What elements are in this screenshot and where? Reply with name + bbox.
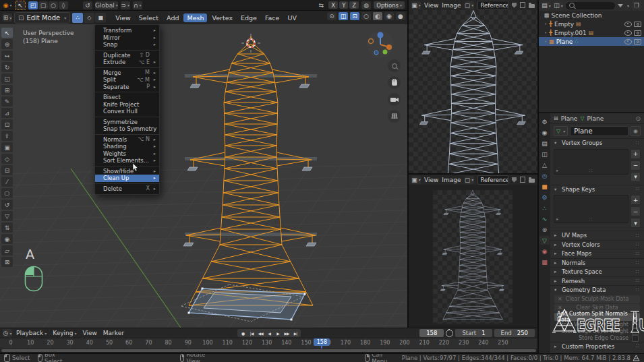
tool-loop-cut[interactable]: ⊟ xyxy=(1,165,13,175)
menu-item-mirror[interactable]: Mirror▸ xyxy=(95,34,159,42)
panel-header-geometry-data[interactable]: ▾Geometry Data∷ xyxy=(550,285,644,295)
image-browse-icon[interactable]: ▢▾ xyxy=(465,176,474,184)
shading-material-icon[interactable]: ◉ xyxy=(384,12,394,20)
start-frame-field[interactable]: Start1 xyxy=(455,329,492,337)
zoom-icon[interactable] xyxy=(388,59,401,72)
tool-scale[interactable]: ◱ xyxy=(1,73,13,84)
menu-item-duplicate[interactable]: Duplicate⇧ D xyxy=(95,52,159,59)
3d-viewport[interactable]: User Perspective (158) Plane ↖⊕↔↻◱⊞✎⊿⊡⇧▣… xyxy=(0,24,407,328)
viewport-menu-mesh[interactable]: Mesh xyxy=(183,13,207,22)
tab-render[interactable]: ◉ xyxy=(539,128,550,137)
image-editor-icon[interactable]: ▣▾ xyxy=(411,176,421,184)
camera-icon[interactable] xyxy=(634,22,641,27)
menu-item-merge[interactable]: MergeM▸ xyxy=(95,69,159,77)
ortho-grid-icon[interactable] xyxy=(388,110,401,123)
tweak-icon[interactable]: ◰ xyxy=(28,1,38,9)
specials-menu-button[interactable]: ▾ xyxy=(631,218,641,228)
viewport-menu-select[interactable]: Select xyxy=(136,13,162,22)
menu-view[interactable]: View xyxy=(424,2,438,9)
tool-add-cube[interactable]: ⊡ xyxy=(1,119,13,129)
tab-object-data[interactable]: ▽ xyxy=(539,236,550,245)
lasso-select-icon[interactable]: ◊ xyxy=(59,1,68,9)
mesh-datablock-icon[interactable]: ▽▾ xyxy=(554,126,568,136)
scene-collection-row[interactable]: ▩ Scene Collection xyxy=(539,11,644,20)
timeline-ruler[interactable]: 158 010203040506070809010011012013014015… xyxy=(0,338,537,349)
mode-dropdown[interactable]: ⊡Edit Mode▾ xyxy=(14,12,70,24)
menu-item-show-hide[interactable]: Show/Hide▸ xyxy=(95,168,159,175)
edge-mode-icon[interactable]: ◇ xyxy=(84,13,94,23)
remove-item-button[interactable]: − xyxy=(631,160,641,171)
mirror-axis-y[interactable]: Y xyxy=(339,1,348,9)
tool-cursor[interactable]: ⊕ xyxy=(1,39,13,49)
timeline-menu-keying[interactable]: Keying▾ xyxy=(53,330,76,336)
cursor-tool-icon[interactable]: ↖ xyxy=(15,1,26,10)
outliner-item-empty[interactable]: •╋Empty▤ xyxy=(539,20,644,28)
tab-object[interactable]: ■ xyxy=(539,182,550,191)
menu-item-split[interactable]: Split⌥ M▸ xyxy=(95,76,159,84)
circle-select-icon[interactable]: ○ xyxy=(49,1,58,9)
play-reverse-button[interactable]: ◀ xyxy=(265,329,273,337)
tool-rip-region[interactable]: ⊠ xyxy=(1,257,13,267)
folder-icon[interactable] xyxy=(529,179,535,183)
filter-icon[interactable] xyxy=(618,4,623,7)
panel-header-uv-maps[interactable]: ▸UV Maps∷ xyxy=(550,231,644,240)
viewport-menu-uv[interactable]: UV xyxy=(284,13,299,22)
display-mode-icon[interactable]: ◫▾ xyxy=(554,1,563,9)
snap-target-icon[interactable]: ◍ xyxy=(361,1,371,9)
tab-modifiers[interactable]: ⚙ xyxy=(539,193,550,202)
shield-icon[interactable] xyxy=(512,3,517,8)
viewport-menu-add[interactable]: Add xyxy=(163,13,182,22)
menu-item-delete[interactable]: DeleteX▸ xyxy=(95,185,159,193)
mirror-axis-x[interactable]: X xyxy=(328,1,338,9)
remove-item-button[interactable]: − xyxy=(631,206,641,216)
tab-tool[interactable]: ⚙ xyxy=(539,117,550,126)
tool-annotate[interactable]: ✎ xyxy=(1,96,13,107)
vertex-groups-list[interactable]: ▸∷ xyxy=(554,149,628,175)
menu-item-symmetrize[interactable]: Symmetrize xyxy=(95,119,159,126)
breadcrumb-data[interactable]: Plane xyxy=(587,115,604,122)
playhead-badge[interactable]: 158 xyxy=(314,338,330,346)
box-select-icon[interactable]: ▢ xyxy=(38,1,48,9)
tab-material[interactable]: ◉ xyxy=(539,247,550,255)
shading-wireframe-icon[interactable]: ○ xyxy=(361,12,371,20)
tool-move[interactable]: ↔ xyxy=(1,51,13,61)
add-item-button[interactable]: + xyxy=(631,195,641,205)
tool-bevel[interactable]: ◇ xyxy=(1,154,13,164)
timeline-menu-view[interactable]: View xyxy=(82,330,96,336)
image-editor-icon[interactable]: ▣▾ xyxy=(411,1,421,9)
orientation-icon[interactable]: ↺ xyxy=(83,1,92,9)
xray-icon[interactable]: ⊡ xyxy=(350,12,359,20)
menu-item-transform[interactable]: Transform▸ xyxy=(95,27,159,34)
proportional-edit-icon[interactable]: ∩▾ xyxy=(133,1,142,9)
menu-item-knife-project[interactable]: Knife Project xyxy=(95,101,159,109)
tab-output[interactable]: ▤ xyxy=(539,139,550,148)
panel-header-custom-properties[interactable]: ▸Custom Properties∷ xyxy=(550,342,644,351)
menu-item-weights[interactable]: Weights▸ xyxy=(95,150,159,158)
blender-logo-icon[interactable]: ◉▾ xyxy=(3,1,12,9)
options-button[interactable]: Options▾ xyxy=(374,1,405,9)
magnet-icon[interactable]: ⊃▾ xyxy=(121,1,130,9)
image-canvas-bottom[interactable] xyxy=(409,185,537,328)
menu-item-snap[interactable]: Snap▸ xyxy=(95,41,159,49)
tool-spin[interactable]: ↺ xyxy=(1,200,13,210)
jump-start-button[interactable]: |◀ xyxy=(247,329,256,337)
image-canvas-top[interactable] xyxy=(409,10,537,173)
copy-icon[interactable] xyxy=(520,2,525,8)
tool-rotate[interactable]: ↻ xyxy=(1,62,13,72)
eye-icon[interactable] xyxy=(624,39,632,44)
navigation-gizmo[interactable] xyxy=(365,30,395,61)
tab-physics[interactable]: ∿ xyxy=(539,214,550,223)
menu-view[interactable]: View xyxy=(424,177,438,183)
shield-icon[interactable] xyxy=(512,177,517,183)
menu-item-sort-elements-[interactable]: Sort Elements...▸ xyxy=(95,157,159,164)
menu-item-shading[interactable]: Shading▸ xyxy=(95,143,159,150)
timeline-scrollbar[interactable] xyxy=(0,349,537,353)
pin-icon[interactable]: ⊙ xyxy=(635,115,641,122)
tab-constraints[interactable]: ⊗ xyxy=(539,225,550,234)
mirror-axis-z[interactable]: Z xyxy=(349,1,359,9)
camera-view-icon[interactable] xyxy=(388,93,401,106)
tool-shear[interactable]: ▱ xyxy=(1,245,13,255)
gizmo-icon[interactable]: ⊙ xyxy=(327,12,336,20)
mirror-icon[interactable]: ⇆ xyxy=(316,1,326,9)
eye-icon[interactable] xyxy=(624,30,632,36)
